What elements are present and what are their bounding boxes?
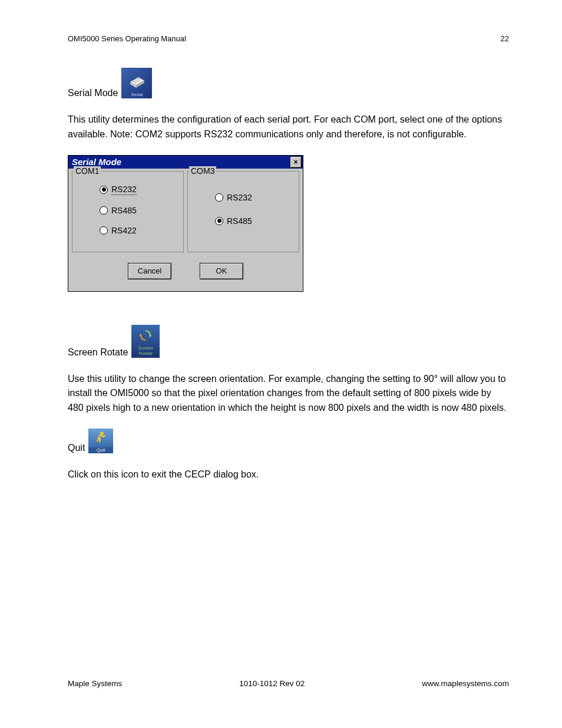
- footer-left: Maple Systems: [68, 679, 122, 688]
- serial-mode-label: Serial Mode: [68, 88, 118, 98]
- document-page: OMI5000 Series Operating Manual 22 Seria…: [0, 0, 562, 728]
- dialog-title-text: Serial Mode: [72, 157, 121, 167]
- dialog-titlebar: Serial Mode ×: [68, 156, 303, 169]
- page-footer: Maple Systems 1010-1012 Rev 02 www.maple…: [68, 679, 509, 688]
- com1-rs422-radio[interactable]: RS422: [100, 226, 177, 235]
- com1-rs422-label: RS422: [111, 226, 137, 235]
- dialog-button-row: Cancel OK: [68, 252, 303, 291]
- close-icon: ×: [293, 159, 297, 166]
- svg-point-10: [100, 431, 104, 435]
- cancel-button[interactable]: Cancel: [128, 263, 171, 279]
- header-page-number: 22: [501, 34, 509, 43]
- com1-group: COM1 RS232 RS485 RS422: [72, 171, 184, 252]
- svg-point-5: [138, 78, 140, 80]
- running-figure-icon: [94, 430, 108, 446]
- serial-mode-icon: Serial: [121, 68, 152, 98]
- rotate-icon-caption: Screen Rotate: [131, 346, 160, 357]
- screen-rotate-heading-row: Screen Rotate Screen Rotate: [68, 325, 509, 358]
- radio-icon: [215, 217, 223, 225]
- quit-description: Click on this icon to exit the CECP dial…: [68, 467, 509, 482]
- radio-icon: [100, 206, 108, 215]
- quit-heading-row: Quit Quit: [68, 429, 509, 453]
- com3-legend: COM3: [189, 166, 216, 176]
- screen-rotate-icon: Screen Rotate: [131, 325, 160, 358]
- svg-point-6: [135, 82, 137, 83]
- screen-rotate-description: Use this utility to change the screen or…: [68, 372, 509, 416]
- quit-icon: Quit: [88, 429, 113, 453]
- serial-icon-caption: Serial: [122, 93, 151, 97]
- quit-label: Quit: [68, 443, 85, 453]
- radio-icon: [215, 193, 223, 202]
- com1-rs232-label: RS232: [111, 185, 137, 195]
- ok-button[interactable]: OK: [200, 263, 243, 279]
- serial-connector-icon: [127, 76, 147, 90]
- serial-mode-heading-row: Serial Mode Serial: [68, 68, 509, 98]
- cancel-button-label: Cancel: [138, 266, 161, 275]
- quit-icon-caption: Quit: [88, 447, 113, 453]
- svg-point-3: [134, 81, 135, 82]
- ok-button-label: OK: [216, 266, 227, 275]
- header-title: OMI5000 Series Operating Manual: [68, 34, 186, 43]
- com3-rs232-radio[interactable]: RS232: [215, 193, 293, 202]
- com3-group: COM3 RS232 RS485: [187, 171, 299, 252]
- svg-point-7: [138, 81, 139, 82]
- radio-icon: [100, 226, 108, 235]
- com3-rs485-radio[interactable]: RS485: [215, 216, 293, 226]
- radio-icon: [100, 186, 108, 194]
- footer-center: 1010-1012 Rev 02: [239, 679, 305, 688]
- screen-rotate-label: Screen Rotate: [68, 347, 128, 358]
- dialog-close-button[interactable]: ×: [290, 156, 302, 168]
- com1-legend: COM1: [74, 166, 101, 176]
- serial-mode-dialog: Serial Mode × COM1 RS232 RS485 RS422: [68, 155, 303, 292]
- com1-rs485-radio[interactable]: RS485: [100, 206, 177, 215]
- page-header: OMI5000 Series Operating Manual 22: [68, 34, 509, 43]
- com3-rs485-label: RS485: [227, 216, 252, 226]
- rotate-arrows-icon: [137, 328, 154, 345]
- footer-right: www.maplesystems.com: [422, 679, 509, 688]
- serial-mode-description: This utility determines the configuratio…: [68, 113, 509, 142]
- dialog-body: COM1 RS232 RS485 RS422 COM3: [68, 169, 303, 252]
- com1-rs485-label: RS485: [111, 206, 137, 215]
- com3-rs232-label: RS232: [227, 193, 252, 202]
- svg-point-4: [136, 80, 137, 81]
- com1-rs232-radio[interactable]: RS232: [100, 185, 177, 195]
